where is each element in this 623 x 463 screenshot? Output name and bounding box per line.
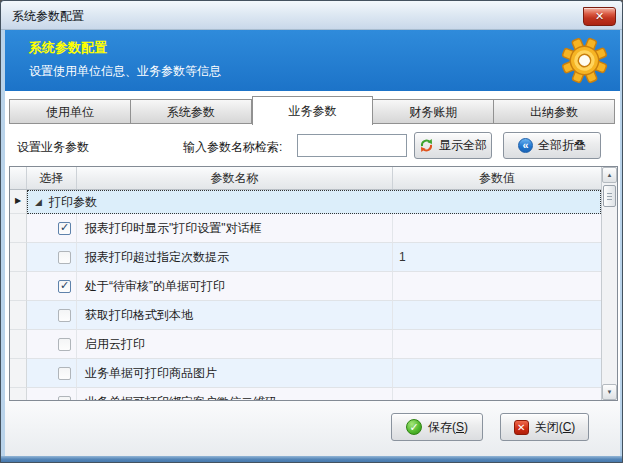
row-indicator bbox=[10, 214, 27, 243]
toolbar: 设置业务参数 输入参数名称检索: 显示全部 « 全部折叠 bbox=[5, 124, 620, 166]
expand-collapse-icon[interactable]: ◢ bbox=[35, 198, 42, 207]
tab-strip: 使用单位 系统参数 业务参数 财务账期 出纳参数 bbox=[9, 95, 615, 124]
column-header-value[interactable]: 参数值 bbox=[393, 167, 601, 189]
row-checkbox[interactable] bbox=[58, 338, 71, 351]
row-indicator bbox=[10, 388, 27, 400]
table-row[interactable]: 报表打印超过指定次数提示1 bbox=[10, 243, 601, 272]
grid-body: ▶ ◢ 打印参数 报表打印时显示"打印设置"对话框报表打印超过指定次数提示1处于… bbox=[10, 190, 601, 400]
search-input[interactable] bbox=[297, 134, 407, 157]
param-value-cell bbox=[393, 388, 601, 400]
grid-header-row: 选择 参数名称 参数值 bbox=[10, 167, 601, 190]
tab-cashier-params[interactable]: 出纳参数 bbox=[494, 99, 615, 124]
select-cell bbox=[27, 301, 77, 330]
collapse-all-button[interactable]: « 全部折叠 bbox=[503, 132, 601, 159]
row-indicator bbox=[10, 359, 27, 388]
param-name-cell: 处于“待审核”的单据可打印 bbox=[77, 272, 393, 301]
row-checkbox[interactable] bbox=[58, 280, 71, 293]
content-panel: 使用单位 系统参数 业务参数 财务账期 出纳参数 设置业务参数 输入参数名称检索… bbox=[5, 91, 620, 401]
row-checkbox[interactable] bbox=[58, 367, 71, 380]
close-x-icon: ✕ bbox=[514, 420, 529, 435]
row-checkbox[interactable] bbox=[58, 309, 71, 322]
select-cell bbox=[27, 359, 77, 388]
param-value-cell bbox=[393, 301, 601, 330]
param-name-cell: 报表打印超过指定次数提示 bbox=[77, 243, 393, 272]
param-value-cell bbox=[393, 359, 601, 388]
column-header-select[interactable]: 选择 bbox=[27, 167, 77, 189]
param-value-cell bbox=[393, 214, 601, 243]
scrollbar-track[interactable] bbox=[602, 209, 617, 384]
select-cell bbox=[27, 330, 77, 359]
parameters-grid: 选择 参数名称 参数值 ▶ ◢ 打印参数 报表打印时显示"打印设置"对话框报表打… bbox=[9, 166, 618, 401]
group-row-print-params[interactable]: ▶ ◢ 打印参数 bbox=[10, 190, 601, 214]
close-icon: ✕ bbox=[595, 10, 604, 22]
tab-finance-period[interactable]: 财务账期 bbox=[373, 99, 494, 124]
vertical-scrollbar[interactable]: ▲ ▼ bbox=[601, 167, 617, 400]
row-indicator bbox=[10, 301, 27, 330]
collapse-all-icon: « bbox=[518, 138, 533, 153]
table-row[interactable]: 启用云打印 bbox=[10, 330, 601, 359]
row-checkbox[interactable] bbox=[58, 396, 71, 401]
show-all-label: 显示全部 bbox=[439, 137, 487, 154]
window-title: 系统参数配置 bbox=[12, 8, 84, 25]
column-header-name[interactable]: 参数名称 bbox=[77, 167, 393, 189]
tab-usage-unit[interactable]: 使用单位 bbox=[9, 99, 131, 124]
banner-subtitle: 设置使用单位信息、业务参数等信息 bbox=[29, 63, 221, 80]
close-button-label: 关闭(C) bbox=[535, 419, 576, 436]
param-name-cell: 报表打印时显示"打印设置"对话框 bbox=[77, 214, 393, 243]
header-banner: 系统参数配置 设置使用单位信息、业务参数等信息 bbox=[5, 30, 620, 91]
param-name-cell: 启用云打印 bbox=[77, 330, 393, 359]
table-row[interactable]: 业务单据可打印绑定客户微信二维码 bbox=[10, 388, 601, 400]
indicator-header bbox=[10, 167, 27, 189]
table-row[interactable]: 报表打印时显示"打印设置"对话框 bbox=[10, 214, 601, 243]
scrollbar-thumb[interactable] bbox=[603, 185, 616, 207]
row-indicator bbox=[10, 330, 27, 359]
row-indicator bbox=[10, 272, 27, 301]
tab-system-params[interactable]: 系统参数 bbox=[131, 99, 252, 124]
search-label: 输入参数名称检索: bbox=[183, 139, 282, 156]
save-button[interactable]: ✓ 保存(S) bbox=[391, 413, 483, 441]
row-indicator-arrow: ▶ bbox=[10, 190, 27, 214]
table-row[interactable]: 业务单据可打印商品图片 bbox=[10, 359, 601, 388]
param-name-cell: 业务单据可打印商品图片 bbox=[77, 359, 393, 388]
tab-business-params[interactable]: 业务参数 bbox=[252, 96, 374, 125]
window-frame-bottom bbox=[1, 456, 623, 463]
footer-bar: ✓ 保存(S) ✕ 关闭(C) bbox=[5, 401, 620, 456]
select-cell bbox=[27, 214, 77, 243]
select-cell bbox=[27, 388, 77, 400]
param-value-cell: 1 bbox=[393, 243, 601, 272]
collapse-all-label: 全部折叠 bbox=[538, 137, 586, 154]
system-parameter-dialog: 系统参数配置 ✕ 系统参数配置 设置使用单位信息、业务参数等信息 bbox=[0, 0, 623, 463]
refresh-icon bbox=[419, 138, 434, 153]
close-button[interactable]: ✕ 关闭(C) bbox=[500, 413, 589, 441]
section-label: 设置业务参数 bbox=[17, 139, 89, 156]
titlebar[interactable]: 系统参数配置 ✕ bbox=[1, 1, 623, 30]
group-cell[interactable]: ◢ 打印参数 bbox=[27, 190, 601, 214]
group-label: 打印参数 bbox=[49, 194, 97, 211]
table-row[interactable]: 获取打印格式到本地 bbox=[10, 301, 601, 330]
show-all-button[interactable]: 显示全部 bbox=[414, 132, 492, 159]
select-cell bbox=[27, 243, 77, 272]
save-button-label: 保存(S) bbox=[428, 419, 468, 436]
scroll-down-button[interactable]: ▼ bbox=[602, 384, 617, 400]
scroll-up-button[interactable]: ▲ bbox=[602, 167, 617, 183]
row-indicator bbox=[10, 243, 27, 272]
save-check-icon: ✓ bbox=[406, 419, 422, 435]
param-name-cell: 获取打印格式到本地 bbox=[77, 301, 393, 330]
table-row[interactable]: 处于“待审核”的单据可打印 bbox=[10, 272, 601, 301]
row-checkbox[interactable] bbox=[58, 251, 71, 264]
close-window-button[interactable]: ✕ bbox=[583, 7, 616, 26]
select-cell bbox=[27, 272, 77, 301]
row-checkbox[interactable] bbox=[58, 222, 71, 235]
param-value-cell bbox=[393, 330, 601, 359]
param-value-cell bbox=[393, 272, 601, 301]
param-name-cell: 业务单据可打印绑定客户微信二维码 bbox=[77, 388, 393, 400]
banner-title: 系统参数配置 bbox=[29, 39, 107, 57]
gear-icon bbox=[561, 37, 608, 84]
